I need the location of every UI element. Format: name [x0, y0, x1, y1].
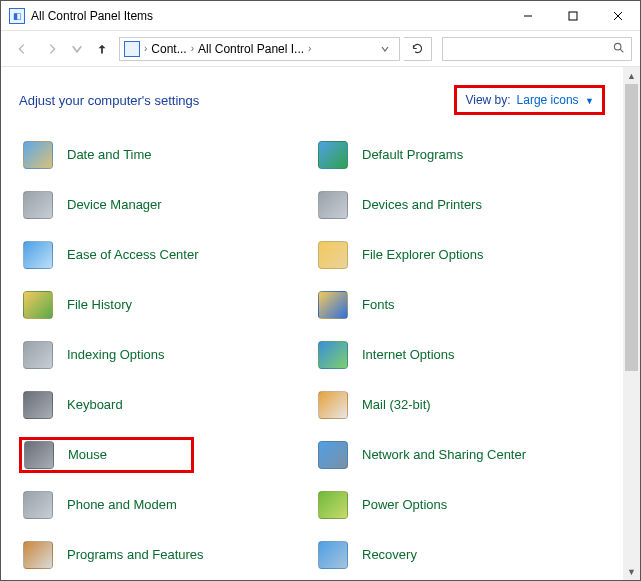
icon-grid: Date and TimeDefault ProgramsDevice Mana… — [19, 137, 605, 573]
close-button[interactable] — [595, 1, 640, 31]
search-input[interactable] — [449, 42, 612, 56]
cpl-item-file-history[interactable]: File History — [19, 287, 310, 323]
cpl-item-internet-options[interactable]: Internet Options — [314, 337, 605, 373]
chevron-down-icon: ▼ — [585, 96, 594, 106]
view-by-control[interactable]: View by: Large icons ▼ — [454, 85, 605, 115]
internet-options-icon — [316, 338, 350, 372]
chevron-right-icon: › — [144, 43, 147, 54]
mail-icon — [316, 388, 350, 422]
cpl-item-power-options[interactable]: Power Options — [314, 487, 605, 523]
address-dropdown-icon[interactable] — [375, 44, 395, 54]
cpl-item-label: Network and Sharing Center — [362, 447, 526, 463]
cpl-item-label: Mouse — [68, 447, 107, 463]
cpl-item-device-manager[interactable]: Device Manager — [19, 187, 310, 223]
cpl-item-label: Indexing Options — [67, 347, 165, 363]
file-history-icon — [21, 288, 55, 322]
cpl-item-file-explorer-options[interactable]: File Explorer Options — [314, 237, 605, 273]
scroll-thumb[interactable] — [625, 84, 638, 371]
cpl-item-recovery[interactable]: Recovery — [314, 537, 605, 573]
programs-features-icon — [21, 538, 55, 572]
power-options-icon — [316, 488, 350, 522]
chevron-right-icon: › — [308, 43, 311, 54]
file-explorer-options-icon — [316, 238, 350, 272]
recovery-icon — [316, 538, 350, 572]
navbar: › Cont... › All Control Panel I... › — [1, 31, 640, 67]
indexing-options-icon — [21, 338, 55, 372]
scroll-down-button[interactable]: ▼ — [623, 563, 640, 580]
cpl-item-label: File History — [67, 297, 132, 313]
cpl-item-programs-features[interactable]: Programs and Features — [19, 537, 310, 573]
cpl-item-label: File Explorer Options — [362, 247, 483, 263]
vertical-scrollbar[interactable]: ▲ ▼ — [623, 67, 640, 580]
address-bar[interactable]: › Cont... › All Control Panel I... › — [119, 37, 400, 61]
cpl-item-default-programs[interactable]: Default Programs — [314, 137, 605, 173]
cpl-item-phone-modem[interactable]: Phone and Modem — [19, 487, 310, 523]
cpl-item-ease-of-access[interactable]: Ease of Access Center — [19, 237, 310, 273]
header-row: Adjust your computer's settings View by:… — [19, 85, 605, 115]
cpl-item-label: Mail (32-bit) — [362, 397, 431, 413]
maximize-button[interactable] — [550, 1, 595, 31]
view-by-label: View by: — [465, 93, 510, 107]
svg-point-4 — [614, 43, 621, 50]
cpl-item-date-time[interactable]: Date and Time — [19, 137, 310, 173]
breadcrumb-part-2[interactable]: All Control Panel I... — [198, 42, 304, 56]
cpl-item-devices-printers[interactable]: Devices and Printers — [314, 187, 605, 223]
scroll-up-button[interactable]: ▲ — [623, 67, 640, 84]
content-area: Adjust your computer's settings View by:… — [1, 67, 623, 580]
svg-rect-1 — [569, 12, 577, 20]
cpl-item-mouse[interactable]: Mouse — [19, 437, 194, 473]
search-box[interactable] — [442, 37, 632, 61]
page-title: Adjust your computer's settings — [19, 93, 199, 108]
cpl-item-indexing-options[interactable]: Indexing Options — [19, 337, 310, 373]
window-title: All Control Panel Items — [31, 9, 153, 23]
cpl-item-label: Internet Options — [362, 347, 455, 363]
refresh-button[interactable] — [404, 37, 432, 61]
fonts-icon — [316, 288, 350, 322]
cpl-item-label: Devices and Printers — [362, 197, 482, 213]
network-sharing-icon — [316, 438, 350, 472]
cpl-item-label: Programs and Features — [67, 547, 204, 563]
recent-dropdown[interactable] — [69, 36, 85, 62]
forward-button[interactable] — [39, 36, 65, 62]
devices-printers-icon — [316, 188, 350, 222]
default-programs-icon — [316, 138, 350, 172]
cpl-item-label: Power Options — [362, 497, 447, 513]
cpl-item-label: Default Programs — [362, 147, 463, 163]
cpl-item-label: Date and Time — [67, 147, 152, 163]
back-button[interactable] — [9, 36, 35, 62]
cpl-item-network-sharing[interactable]: Network and Sharing Center — [314, 437, 605, 473]
cpl-item-label: Recovery — [362, 547, 417, 563]
cpl-item-label: Phone and Modem — [67, 497, 177, 513]
search-icon[interactable] — [612, 41, 625, 57]
titlebar: ◧ All Control Panel Items — [1, 1, 640, 31]
date-time-icon — [21, 138, 55, 172]
cpl-item-label: Device Manager — [67, 197, 162, 213]
keyboard-icon — [21, 388, 55, 422]
device-manager-icon — [21, 188, 55, 222]
up-button[interactable] — [89, 36, 115, 62]
minimize-button[interactable] — [505, 1, 550, 31]
content-wrap: Adjust your computer's settings View by:… — [1, 67, 640, 580]
control-panel-icon: ◧ — [9, 8, 25, 24]
phone-modem-icon — [21, 488, 55, 522]
cpl-item-mail[interactable]: Mail (32-bit) — [314, 387, 605, 423]
cpl-item-label: Ease of Access Center — [67, 247, 199, 263]
breadcrumb-root-icon — [124, 41, 140, 57]
svg-line-5 — [620, 49, 623, 52]
breadcrumb-part-1[interactable]: Cont... — [151, 42, 186, 56]
chevron-right-icon: › — [191, 43, 194, 54]
cpl-item-label: Fonts — [362, 297, 395, 313]
scroll-track[interactable] — [623, 84, 640, 563]
cpl-item-fonts[interactable]: Fonts — [314, 287, 605, 323]
view-by-value[interactable]: Large icons — [517, 93, 579, 107]
cpl-item-keyboard[interactable]: Keyboard — [19, 387, 310, 423]
mouse-icon — [22, 438, 56, 472]
window-controls — [505, 1, 640, 31]
ease-of-access-icon — [21, 238, 55, 272]
cpl-item-label: Keyboard — [67, 397, 123, 413]
